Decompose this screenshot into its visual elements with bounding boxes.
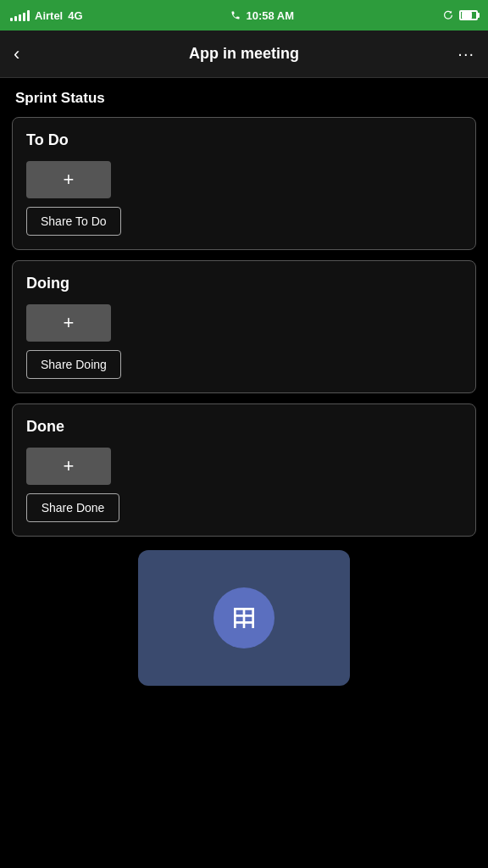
todo-share-label: Share To Do <box>41 214 107 228</box>
time-display: 10:58 AM <box>230 9 294 22</box>
bottom-card[interactable] <box>138 550 350 686</box>
doing-label: Doing <box>26 275 462 292</box>
carrier-info: Airtel 4G <box>10 9 83 22</box>
doing-card: Doing + Share Doing <box>12 260 476 393</box>
header-title: App in meeting <box>44 45 444 63</box>
todo-share-button[interactable]: Share To Do <box>26 207 121 236</box>
network-label: 4G <box>68 9 82 22</box>
done-share-button[interactable]: Share Done <box>26 493 119 522</box>
done-add-icon: + <box>64 455 75 477</box>
bottom-icon-circle <box>214 587 274 648</box>
done-card: Done + Share Done <box>12 403 476 537</box>
phone-icon <box>230 10 241 20</box>
carrier-label: Airtel <box>35 9 63 22</box>
todo-card: To Do + Share To Do <box>12 117 476 250</box>
sprint-status-title: Sprint Status <box>12 90 476 107</box>
doing-add-button[interactable]: + <box>26 304 111 342</box>
battery-icon <box>459 10 478 20</box>
main-content: Sprint Status To Do + Share To Do Doing … <box>0 78 488 720</box>
done-add-button[interactable]: + <box>26 448 111 485</box>
todo-add-button[interactable]: + <box>26 161 111 198</box>
todo-add-icon: + <box>64 169 75 191</box>
time-label: 10:58 AM <box>246 9 294 22</box>
table-icon <box>230 604 258 632</box>
more-options-button[interactable]: ··· <box>444 44 474 64</box>
bottom-panel <box>12 550 476 703</box>
doing-share-label: Share Doing <box>41 358 107 371</box>
status-bar: Airtel 4G 10:58 AM <box>0 0 488 31</box>
signal-icon <box>10 9 30 21</box>
doing-share-button[interactable]: Share Doing <box>26 350 121 379</box>
doing-add-icon: + <box>64 312 75 334</box>
lock-rotation-icon <box>442 9 454 21</box>
app-header: ‹ App in meeting ··· <box>0 31 488 78</box>
back-button[interactable]: ‹ <box>14 43 44 65</box>
done-label: Done <box>26 418 462 436</box>
system-icons <box>442 9 478 21</box>
todo-label: To Do <box>26 131 462 149</box>
done-share-label: Share Done <box>42 501 105 515</box>
